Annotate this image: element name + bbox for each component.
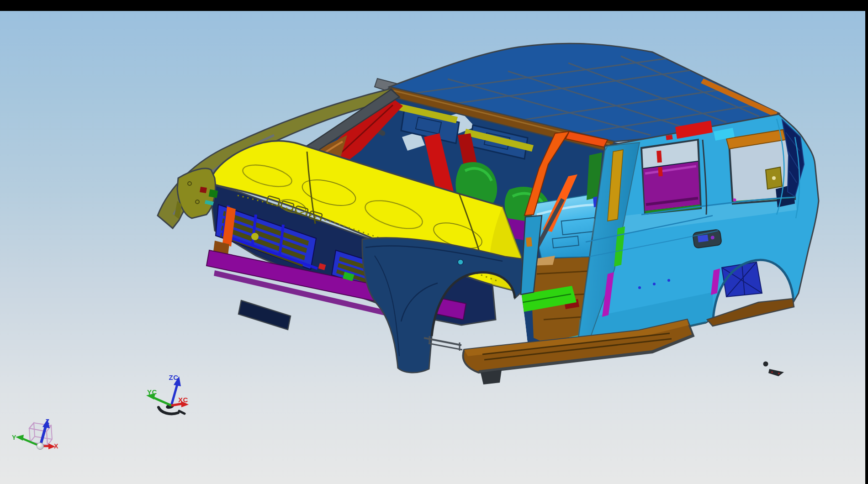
view-y-label: Y (12, 434, 16, 441)
view-z-label: Z (45, 418, 49, 425)
tip-green-clip (209, 189, 218, 198)
wcs-triad[interactable]: ZC YC XC (146, 374, 189, 414)
view-y-arrowhead (16, 435, 24, 441)
tip-red-clip (200, 187, 207, 193)
wcs-base-foot (179, 411, 185, 414)
debris-red-speck (771, 371, 773, 373)
mirror-hole (458, 259, 463, 265)
lower-tray-dark[interactable] (238, 300, 291, 330)
debris-dot (763, 362, 768, 367)
window-right-edge (865, 0, 868, 484)
wcs-z-axis[interactable] (171, 384, 177, 405)
wcs-x-label: XC (178, 396, 188, 404)
quarter-magenta-dot (733, 199, 736, 202)
floating-debris[interactable] (763, 362, 784, 377)
view-origin-sphere (37, 443, 44, 450)
app-window: ZC YC XC Z (0, 0, 868, 484)
spot-weld-dot (653, 283, 656, 285)
debris-sliver (768, 369, 784, 376)
debris-red-speck (778, 373, 780, 374)
view-x-label: X (54, 442, 58, 450)
hinge-amber-clip (526, 237, 532, 247)
window-red-clip (656, 151, 662, 163)
wcs-y-axis[interactable] (153, 397, 171, 405)
model-canvas[interactable]: ZC YC XC Z (0, 11, 865, 484)
wcs-y-label: YC (147, 388, 157, 396)
spot-weld-dot (638, 286, 641, 289)
clip-yellow (251, 233, 259, 240)
wcs-z-label: ZC (169, 374, 179, 381)
graphics-viewport[interactable]: ZC YC XC Z (0, 11, 865, 484)
door-handle-recess[interactable] (693, 229, 722, 248)
window-red-clip (658, 167, 662, 177)
wcs-x-axis[interactable] (171, 404, 183, 405)
part-body-side[interactable] (577, 114, 819, 352)
under-rear-brown (707, 299, 794, 326)
front-rod (429, 336, 462, 351)
spot-weld-dot (667, 279, 670, 282)
window-top-bar (0, 0, 868, 11)
latch-dot (772, 176, 776, 180)
view-triad[interactable]: Z Y X (12, 418, 58, 450)
rail-red-clip (666, 135, 672, 140)
rear-door-window[interactable] (641, 140, 701, 214)
